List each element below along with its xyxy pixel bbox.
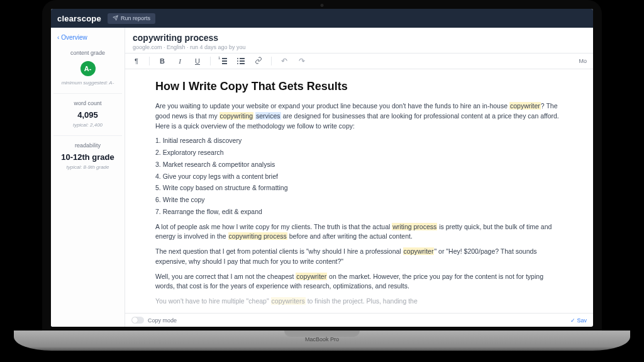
- laptop-frame: clearscope Run reports ‹ Overview: [42, 0, 602, 351]
- editor-content[interactable]: How I Write Copy That Gets Results Are y…: [125, 69, 593, 313]
- screen-bezel: clearscope Run reports ‹ Overview: [42, 0, 602, 331]
- list-item: 7. Rearrange the flow, edit & expand: [155, 207, 563, 217]
- highlight-term: copywriting: [219, 112, 254, 120]
- doc-title: copywriting process: [133, 33, 586, 43]
- list-item: 4. Give your copy legs with a content br…: [155, 172, 563, 182]
- editor-footer: Copy mode ✓ Sav: [125, 313, 593, 327]
- link-button[interactable]: [253, 57, 264, 65]
- copy-mode-toggle[interactable]: [131, 317, 144, 324]
- content-grade-sub: minimum suggested: A-: [55, 80, 121, 86]
- highlight-term: writing process: [392, 223, 437, 230]
- highlight-term: copywriter: [509, 102, 541, 110]
- word-count-sub: typical: 2,400: [55, 122, 121, 128]
- link-icon: [255, 57, 262, 64]
- brand-logo: clearscope: [57, 14, 101, 23]
- redo-button[interactable]: ↷: [297, 57, 307, 65]
- list-item: 2. Exploratory research: [155, 148, 563, 158]
- highlight-term: copywriters: [271, 297, 306, 305]
- sidebar: ‹ Overview content grade A- minimum sugg…: [51, 28, 125, 327]
- chevron-left-icon: ‹: [57, 34, 59, 41]
- run-reports-label: Run reports: [121, 15, 150, 21]
- more-button[interactable]: Mo: [579, 58, 587, 64]
- toolbar-separator: [149, 57, 150, 65]
- undo-button[interactable]: ↶: [279, 57, 289, 65]
- app-window: clearscope Run reports ‹ Overview: [51, 9, 593, 327]
- highlight-term: copywriter: [403, 247, 435, 255]
- list-item: 5. Write copy based on structure & forma…: [155, 183, 563, 193]
- article-heading: How I Write Copy That Gets Results: [155, 78, 563, 95]
- toolbar-separator: [271, 57, 272, 65]
- highlight-term: copywriter: [296, 273, 327, 280]
- article-paragraph: The next question that I get from potent…: [155, 247, 563, 267]
- laptop-base: MacBook Pro: [14, 331, 630, 351]
- unordered-list-button[interactable]: [236, 57, 246, 65]
- list-item: 3. Market research & competitor analysis: [155, 160, 563, 170]
- readability-value: 10-12th grade: [55, 152, 121, 162]
- content-grade-badge: A-: [80, 61, 96, 76]
- readability-label: readability: [55, 142, 121, 149]
- overview-label: Overview: [61, 34, 87, 41]
- ordered-list-button[interactable]: [218, 57, 228, 65]
- underline-button[interactable]: U: [192, 57, 203, 65]
- ordered-list-icon: [219, 57, 227, 64]
- readability-block: readability 10-12th grade typical: 8-9th…: [53, 136, 122, 178]
- word-count-block: word count 4,095 typical: 2,400: [53, 94, 122, 136]
- readability-sub: typical: 8-9th grade: [55, 164, 121, 170]
- italic-button[interactable]: I: [175, 57, 185, 65]
- app-body: ‹ Overview content grade A- minimum sugg…: [51, 28, 593, 327]
- article-paragraph: Are you waiting to update your website o…: [155, 101, 563, 131]
- bold-button[interactable]: B: [157, 57, 167, 65]
- toolbar-separator: [210, 57, 211, 65]
- check-icon: ✓: [570, 317, 577, 324]
- highlight-term: services: [255, 112, 281, 120]
- content-grade-block: content grade A- minimum suggested: A-: [53, 43, 122, 94]
- list-item: 6. Write the copy: [155, 195, 563, 205]
- list-item: 1. Initial research & discovery: [155, 136, 563, 146]
- doc-header: copywriting process google.com · English…: [125, 28, 593, 53]
- highlight-term: copywriting process: [228, 232, 287, 240]
- app-header: clearscope Run reports: [51, 9, 593, 28]
- word-count-label: word count: [55, 100, 121, 106]
- save-indicator[interactable]: ✓ Sav: [570, 317, 587, 324]
- article-paragraph: You won't have to hire multiple "cheap" …: [155, 297, 563, 307]
- unordered-list-icon: [237, 57, 245, 64]
- article-paragraph: Well, you are correct that I am not the …: [155, 272, 563, 292]
- word-count-value: 4,095: [55, 110, 121, 120]
- article-paragraph: A lot of people ask me how I write copy …: [155, 222, 563, 242]
- paragraph-style-button[interactable]: ¶: [131, 57, 142, 65]
- device-label: MacBook Pro: [305, 336, 339, 342]
- article-ordered-list: 1. Initial research & discovery 2. Explo…: [155, 136, 563, 217]
- editor-toolbar: ¶ B I U ↶ ↷: [125, 53, 593, 69]
- doc-meta: google.com · English · run 4 days ago by…: [133, 44, 586, 50]
- camera-dot: [321, 4, 324, 7]
- copy-mode-label: Copy mode: [148, 317, 177, 324]
- overview-link[interactable]: ‹ Overview: [53, 31, 122, 43]
- run-reports-button[interactable]: Run reports: [108, 13, 155, 24]
- main-panel: copywriting process google.com · English…: [125, 28, 593, 327]
- paper-plane-icon: [113, 15, 118, 22]
- content-grade-label: content grade: [55, 50, 121, 56]
